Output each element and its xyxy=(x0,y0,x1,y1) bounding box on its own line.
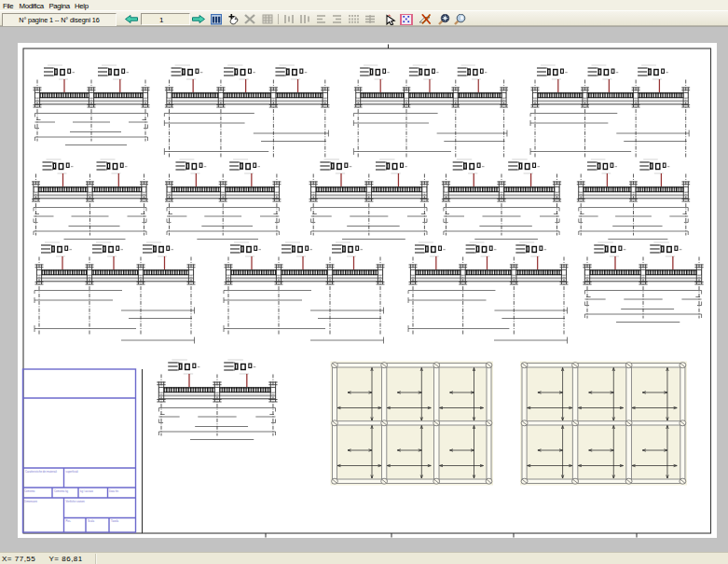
svg-text:kg l acciaio: kg l acciaio xyxy=(80,489,93,493)
svg-text:Verifiche sezioni: Verifiche sezioni xyxy=(66,500,86,503)
svg-text:superficiali: superficiali xyxy=(66,470,79,474)
svg-text:Tavola: Tavola xyxy=(111,519,119,523)
svg-text:Caratteristiche dei materiali: Caratteristiche dei materiali xyxy=(25,470,57,474)
svg-text:Data fer.: Data fer. xyxy=(109,489,119,493)
svg-text:Cemento kg: Cemento kg xyxy=(54,489,69,493)
svg-text:Pos.: Pos. xyxy=(66,519,72,523)
svg-text:Cemento: Cemento xyxy=(24,489,35,493)
svg-text:Dimensioni: Dimensioni xyxy=(24,500,37,503)
svg-text:Scala: Scala xyxy=(88,519,94,523)
